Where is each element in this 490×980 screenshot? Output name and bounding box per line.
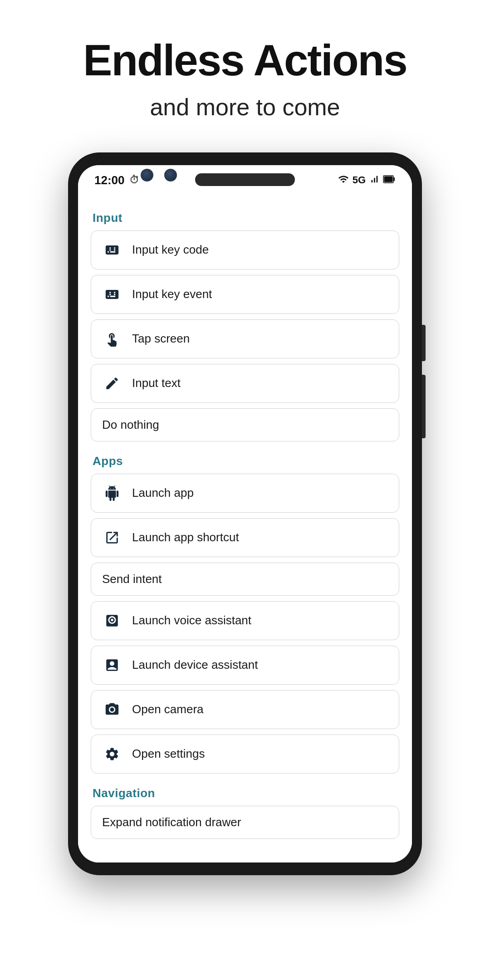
- network-label: 5G: [353, 174, 366, 186]
- action-label-expand-notification-drawer: Expand notification drawer: [102, 815, 241, 829]
- status-time: 12:00 ⏱: [94, 173, 139, 187]
- power-button: [422, 325, 426, 361]
- battery-icon: [383, 174, 396, 186]
- text-icon: [102, 373, 122, 393]
- action-item-open-settings[interactable]: Open settings: [91, 735, 399, 774]
- phone-frame: 12:00 ⏱ 5G: [68, 152, 422, 875]
- shortcut-icon: [102, 528, 122, 548]
- action-label-input-text: Input text: [132, 376, 181, 390]
- section-header-navigation: Navigation: [91, 779, 399, 806]
- svg-rect-2: [384, 176, 393, 182]
- camera-dot-2: [164, 169, 177, 181]
- action-label-input-key-event: Input key event: [132, 287, 212, 301]
- action-label-input-key-code: Input key code: [132, 243, 209, 257]
- action-item-launch-app-shortcut[interactable]: Launch app shortcut: [91, 518, 399, 557]
- action-item-tap-screen[interactable]: Tap screen: [91, 319, 399, 358]
- page-title: Endless Actions: [83, 36, 407, 84]
- camera-dot-1: [141, 169, 153, 181]
- camera-icon: [102, 700, 122, 720]
- action-item-launch-voice-assistant[interactable]: Launch voice assistant: [91, 601, 399, 640]
- keyboard-icon-1: [102, 240, 122, 260]
- android-icon: [102, 483, 122, 503]
- action-label-tap-screen: Tap screen: [132, 332, 190, 346]
- section-header-apps: Apps: [91, 447, 399, 474]
- action-item-input-text[interactable]: Input text: [91, 364, 399, 403]
- action-label-launch-device-assistant: Launch device assistant: [132, 658, 258, 672]
- page-header: Endless Actions and more to come: [65, 0, 425, 139]
- action-label-send-intent: Send intent: [102, 572, 162, 586]
- device-assistant-icon: [102, 655, 122, 675]
- svg-rect-1: [393, 177, 395, 181]
- signal-icon: [369, 174, 379, 186]
- action-item-input-key-event[interactable]: Input key event: [91, 275, 399, 314]
- settings-icon: [102, 744, 122, 764]
- action-label-open-camera: Open camera: [132, 702, 204, 716]
- volume-button: [422, 375, 426, 438]
- status-icons: 5G: [338, 174, 396, 186]
- phone-cameras: [141, 169, 177, 181]
- page-subtitle: and more to come: [83, 93, 407, 121]
- touch-icon: [102, 329, 122, 349]
- action-label-launch-app-shortcut: Launch app shortcut: [132, 530, 239, 544]
- action-label-open-settings: Open settings: [132, 747, 205, 761]
- voice-assistant-icon: [102, 611, 122, 631]
- status-bar: 12:00 ⏱ 5G: [78, 165, 412, 193]
- keyboard-icon-2: [102, 284, 122, 304]
- action-item-send-intent[interactable]: Send intent: [91, 563, 399, 596]
- action-item-input-key-code[interactable]: Input key code: [91, 230, 399, 270]
- action-label-do-nothing: Do nothing: [102, 418, 159, 432]
- wifi-icon: [338, 174, 349, 186]
- action-item-launch-device-assistant[interactable]: Launch device assistant: [91, 646, 399, 685]
- action-item-expand-notification-drawer[interactable]: Expand notification drawer: [91, 806, 399, 839]
- action-item-open-camera[interactable]: Open camera: [91, 690, 399, 729]
- screen-content: Input Input key code Input key event: [78, 193, 412, 862]
- action-item-launch-app[interactable]: Launch app: [91, 474, 399, 513]
- section-header-input: Input: [91, 204, 399, 230]
- phone-screen: 12:00 ⏱ 5G: [78, 165, 412, 862]
- action-label-launch-voice-assistant: Launch voice assistant: [132, 613, 251, 627]
- alarm-icon: ⏱: [129, 174, 139, 186]
- action-item-do-nothing[interactable]: Do nothing: [91, 408, 399, 441]
- action-label-launch-app: Launch app: [132, 486, 194, 500]
